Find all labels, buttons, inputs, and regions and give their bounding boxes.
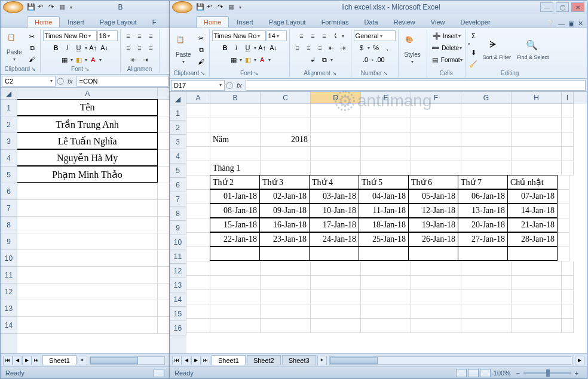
row-head[interactable]: 11: [1, 267, 17, 284]
cell[interactable]: [411, 133, 461, 147]
cell[interactable]: [512, 319, 562, 333]
row-head[interactable]: 8: [170, 207, 186, 221]
cell[interactable]: 23-Jan-18: [259, 232, 310, 246]
cell[interactable]: Thứ 6: [408, 175, 458, 189]
zoom-level[interactable]: 100%: [494, 369, 510, 377]
cell[interactable]: [210, 147, 261, 161]
cell[interactable]: Thứ 5: [359, 175, 409, 189]
cell[interactable]: Nguyễn Hà My: [17, 149, 158, 166]
tab-nav-first-icon[interactable]: ⏮: [172, 356, 182, 365]
cell[interactable]: Phạm Minh Thảo: [17, 166, 158, 183]
cell[interactable]: [411, 147, 461, 161]
font-size-select[interactable]: 14▾: [267, 30, 287, 41]
tab-developer[interactable]: Developer: [452, 16, 498, 27]
row-head[interactable]: 4: [1, 150, 17, 167]
cell[interactable]: [210, 104, 261, 118]
close-button[interactable]: ✕: [571, 2, 584, 12]
tab-nav-last-icon[interactable]: ⏭: [201, 356, 210, 365]
name-box[interactable]: C2▾: [2, 76, 56, 87]
find-select-button[interactable]: 🔍 Find & Select: [514, 38, 552, 61]
spreadsheet-grid[interactable]: ◢ 12345678910111213141516 ABCDEFGHI Năm2…: [170, 92, 587, 353]
align-top-icon[interactable]: ≡: [123, 30, 134, 41]
row-head[interactable]: 9: [1, 233, 17, 250]
row-head[interactable]: 2: [1, 116, 17, 133]
cell[interactable]: [512, 261, 562, 276]
cell[interactable]: [361, 161, 411, 175]
doc-close-icon[interactable]: ✕: [578, 20, 583, 27]
cell[interactable]: [562, 133, 574, 147]
tab-nav-last-icon[interactable]: ⏭: [32, 356, 41, 365]
formula-bar[interactable]: =CON: [76, 76, 169, 87]
indent-dec-icon[interactable]: ⇤: [128, 54, 139, 65]
cell[interactable]: 03-Jan-18: [309, 189, 359, 204]
col-head[interactable]: C: [261, 92, 311, 104]
cell[interactable]: 19-Jan-18: [408, 218, 458, 232]
align-top-icon[interactable]: ≡: [296, 30, 307, 41]
tab-page-layout[interactable]: Page Layout: [92, 16, 145, 27]
cell[interactable]: [411, 304, 461, 319]
cell[interactable]: [311, 290, 361, 304]
merge-center-icon[interactable]: ⧉: [319, 54, 330, 65]
cell[interactable]: [562, 104, 574, 118]
cell[interactable]: [311, 104, 361, 118]
shrink-font-icon[interactable]: A↓: [268, 42, 279, 53]
col-head[interactable]: B: [210, 92, 261, 104]
cell[interactable]: [512, 276, 562, 290]
percent-icon[interactable]: %: [370, 42, 381, 53]
redo-icon[interactable]: ↷: [218, 3, 226, 11]
orientation-icon[interactable]: ⤹: [330, 30, 341, 41]
cell[interactable]: 24-Jan-18: [309, 232, 359, 246]
tab-insert[interactable]: Insert: [229, 16, 261, 27]
cell[interactable]: [361, 104, 411, 118]
new-sheet-icon[interactable]: ✦: [78, 356, 87, 365]
cell[interactable]: [158, 100, 170, 116]
cell[interactable]: [411, 118, 461, 133]
cell[interactable]: [186, 233, 210, 247]
row-head[interactable]: 13: [1, 300, 17, 317]
cell[interactable]: [311, 133, 361, 147]
align-left-icon[interactable]: ≡: [123, 42, 134, 53]
cell[interactable]: [158, 133, 170, 150]
cell[interactable]: [562, 319, 574, 333]
paste-button[interactable]: 📋 Paste ▾: [3, 31, 26, 64]
cell[interactable]: [158, 300, 170, 317]
undo-icon[interactable]: ↶: [207, 3, 215, 11]
cell[interactable]: [186, 118, 210, 133]
cell[interactable]: 25-Jan-18: [359, 232, 409, 246]
cell[interactable]: 02-Jan-18: [259, 189, 310, 204]
view-normal-icon[interactable]: [456, 369, 467, 377]
grow-font-icon[interactable]: A↑: [88, 42, 99, 53]
cell[interactable]: [562, 147, 574, 161]
cell[interactable]: 06-Jan-18: [458, 189, 508, 204]
format-painter-icon[interactable]: 🖌: [27, 54, 38, 64]
cell[interactable]: [210, 246, 260, 261]
col-head[interactable]: F: [411, 92, 461, 104]
cell[interactable]: [461, 104, 512, 118]
cell[interactable]: [158, 233, 170, 250]
cell[interactable]: [361, 290, 411, 304]
cell[interactable]: 16-Jan-18: [259, 218, 310, 232]
cell[interactable]: 09-Jan-18: [259, 204, 310, 218]
tab-more[interactable]: F: [145, 16, 164, 27]
zoom-out-icon[interactable]: −: [513, 368, 523, 378]
fill-icon[interactable]: ⬇: [468, 47, 479, 58]
cell[interactable]: [210, 319, 261, 333]
row-head[interactable]: 3: [170, 135, 186, 149]
row-head[interactable]: 6: [170, 178, 186, 192]
cell[interactable]: 11-Jan-18: [359, 204, 409, 218]
office-button[interactable]: [172, 1, 192, 13]
cell[interactable]: [361, 304, 411, 319]
launcher-icon[interactable]: ↘: [253, 70, 258, 76]
fill-color-icon[interactable]: ◧: [243, 54, 253, 65]
cell[interactable]: 27-Jan-18: [458, 232, 508, 246]
cell[interactable]: [261, 147, 311, 161]
cell[interactable]: [512, 133, 562, 147]
h-scrollbar[interactable]: [329, 356, 572, 365]
underline-button[interactable]: U: [74, 42, 84, 53]
indent-inc-icon[interactable]: ⇥: [140, 54, 151, 65]
cell[interactable]: [186, 261, 210, 276]
cell[interactable]: [562, 161, 574, 175]
cell[interactable]: [507, 246, 558, 261]
cell[interactable]: 21-Jan-18: [507, 218, 558, 232]
fx-icon[interactable]: fx: [234, 82, 244, 89]
